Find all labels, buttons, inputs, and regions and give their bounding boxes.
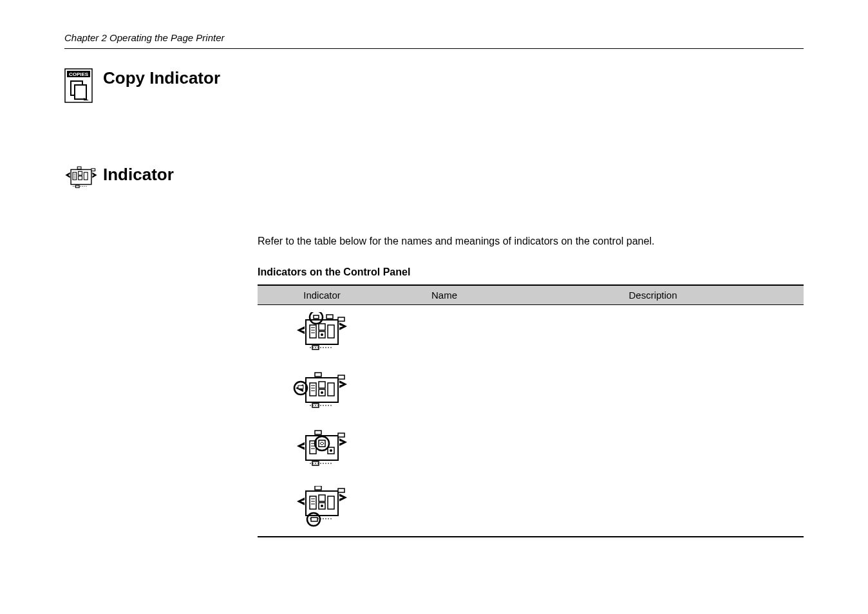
- svg-rect-30: [314, 315, 319, 319]
- svg-point-67: [321, 505, 323, 507]
- indicator-table: Indicator Name Description: [258, 284, 804, 537]
- indicator-icon-cell: [258, 421, 386, 479]
- svg-rect-12: [84, 172, 88, 180]
- copy-indicator-title: Copy Indicator: [103, 68, 220, 88]
- table-cell-description: [502, 421, 804, 479]
- table-cell-description: [502, 479, 804, 537]
- table-row: [258, 421, 804, 479]
- svg-rect-70: [338, 488, 344, 492]
- copies-label: COPIES: [69, 71, 89, 77]
- table-cell-name: [386, 305, 502, 363]
- svg-rect-11: [79, 176, 82, 180]
- svg-rect-61: [310, 496, 316, 509]
- svg-rect-56: [338, 433, 344, 437]
- svg-rect-22: [319, 324, 325, 330]
- indicator-intro-text: Refer to the table below for the names a…: [258, 236, 804, 247]
- table-header-indicator: Indicator: [258, 285, 386, 305]
- indicator-panel-icon: [64, 165, 93, 197]
- svg-rect-65: [319, 495, 325, 501]
- table-header-description: Description: [502, 285, 804, 305]
- table-cell-description: [502, 305, 804, 363]
- svg-rect-10: [79, 171, 82, 175]
- table-cell-name: [386, 479, 502, 537]
- section-copy-indicator: COPIES Copy Indicator: [64, 68, 804, 100]
- indicator-content: Refer to the table below for the names a…: [258, 236, 804, 537]
- header-rule: [64, 48, 804, 49]
- indicator-icon-cell: [258, 479, 386, 537]
- panel-icon-bottom-tray: [293, 486, 351, 527]
- indicator-subtitle: Indicators on the Control Panel: [258, 266, 804, 278]
- indicator-title: Indicator: [103, 165, 174, 185]
- svg-rect-25: [328, 325, 334, 338]
- table-header-name: Name: [386, 285, 502, 305]
- copies-icon: COPIES: [64, 68, 93, 100]
- svg-point-24: [321, 333, 323, 336]
- svg-point-53: [330, 449, 332, 452]
- svg-rect-40: [328, 383, 334, 396]
- svg-rect-45: [298, 386, 303, 389]
- svg-rect-43: [338, 375, 344, 379]
- svg-rect-33: [310, 383, 316, 396]
- section-indicator: Indicator: [64, 165, 804, 197]
- svg-point-39: [321, 391, 323, 394]
- svg-rect-47: [315, 431, 321, 434]
- svg-rect-28: [338, 317, 344, 321]
- table-cell-description: [502, 363, 804, 421]
- svg-rect-37: [319, 382, 325, 388]
- panel-icon-top-left: [293, 312, 351, 353]
- table-row: [258, 479, 804, 537]
- table-cell-name: [386, 363, 502, 421]
- table-cell-name: [386, 421, 502, 479]
- svg-rect-68: [328, 496, 334, 509]
- svg-rect-15: [91, 169, 95, 171]
- svg-rect-32: [315, 373, 321, 377]
- indicator-icon-cell: [258, 305, 386, 363]
- svg-rect-5: [77, 167, 81, 169]
- table-row: [258, 363, 804, 421]
- svg-rect-17: [326, 315, 333, 319]
- panel-icon-left-tray: [293, 370, 351, 411]
- indicator-icon-cell: [258, 363, 386, 421]
- svg-rect-72: [311, 517, 317, 521]
- svg-rect-60: [315, 486, 321, 490]
- svg-rect-18: [310, 325, 316, 338]
- table-row: [258, 305, 804, 363]
- chapter-header: Chapter 2 Operating the Page Printer: [64, 32, 804, 43]
- panel-icon-center-dial: [293, 428, 351, 469]
- svg-rect-3: [75, 85, 86, 99]
